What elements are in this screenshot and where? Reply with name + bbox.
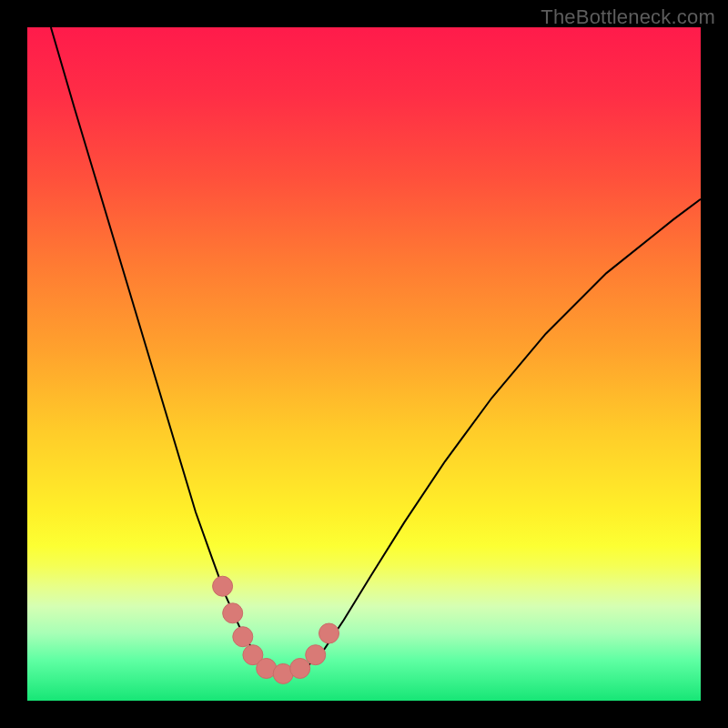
data-marker [290, 658, 310, 678]
chart-frame: TheBottleneck.com [0, 0, 728, 728]
chart-background [27, 27, 701, 701]
data-marker [233, 627, 253, 647]
data-marker [319, 623, 339, 643]
watermark-text: TheBottleneck.com [541, 5, 715, 29]
data-marker [223, 603, 243, 623]
data-marker [213, 576, 233, 596]
bottleneck-chart [27, 27, 701, 701]
data-marker [306, 645, 326, 665]
